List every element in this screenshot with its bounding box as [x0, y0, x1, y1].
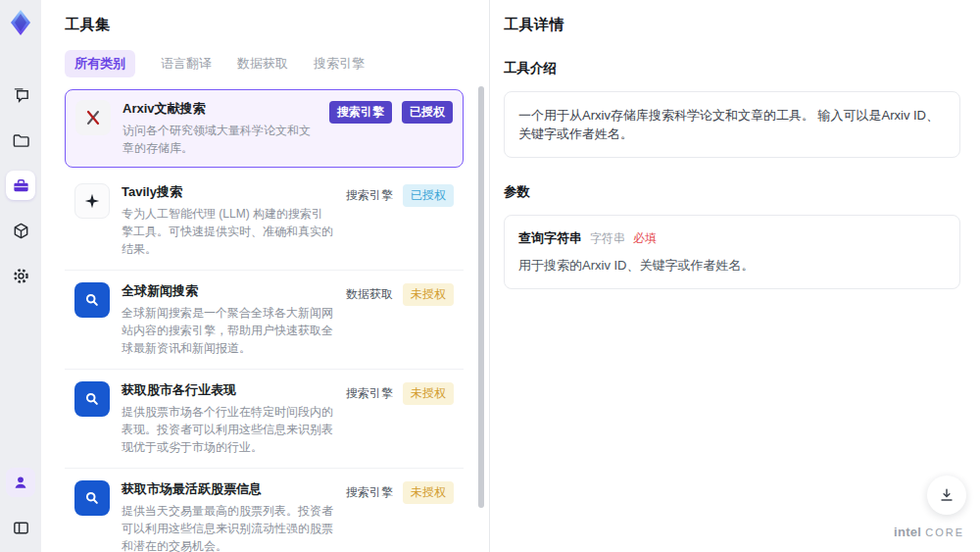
settings-gear-icon[interactable] — [6, 261, 35, 290]
intel-core-logo: intel CORE — [894, 523, 964, 540]
tool-desc: 专为人工智能代理 (LLM) 构建的搜索引擎工具。可快速提供实时、准确和真实的结… — [122, 205, 334, 258]
status-badge: 未授权 — [403, 481, 454, 504]
blue-search-icon — [74, 480, 110, 516]
status-badge: 已授权 — [402, 101, 453, 124]
detail-title: 工具详情 — [504, 16, 960, 34]
user-icon[interactable] — [6, 468, 35, 497]
category-label: 搜索引擎 — [346, 187, 393, 204]
intel-logo-text: intel — [894, 525, 921, 539]
tool-desc: 访问各个研究领域大量科学论文和文章的存储库。 — [122, 122, 318, 157]
arxiv-x-icon — [75, 100, 111, 135]
param-desc: 用于搜索的Arxiv ID、关键字或作者姓名。 — [518, 257, 946, 275]
intro-section-header: 工具介绍 — [504, 60, 960, 77]
app-logo-icon — [6, 8, 35, 37]
blue-search-icon — [74, 381, 110, 417]
app-window: 工具集 所有类别 语言翻译 数据获取 搜索引擎 Arxiv文献搜索 访问各个研究… — [0, 0, 980, 552]
cube-icon[interactable] — [6, 216, 35, 245]
panel-toggle-icon[interactable] — [6, 513, 35, 542]
tool-item-global-news[interactable]: 全球新闻搜索 全球新闻搜索是一个聚合全球各大新闻网站内容的搜索引擎，帮助用户快速… — [65, 271, 464, 370]
tool-item-sector-performance[interactable]: 获取股市各行业表现 提供股票市场各个行业在特定时间段内的表现。投资者可以利用这些… — [65, 370, 464, 469]
tool-desc: 全球新闻搜索是一个聚合全球各大新闻网站内容的搜索引擎，帮助用户快速获取全球最新资… — [122, 304, 334, 357]
tools-panel: 工具集 所有类别 语言翻译 数据获取 搜索引擎 Arxiv文献搜索 访问各个研究… — [41, 0, 490, 552]
category-label: 搜索引擎 — [346, 484, 393, 501]
tool-name: 全球新闻搜索 — [122, 282, 334, 300]
tool-item-most-active-stocks[interactable]: 获取市场最活跃股票信息 提供当天交易量最高的股票列表。投资者可以利用这些信息来识… — [65, 469, 464, 552]
folder-icon[interactable] — [6, 125, 35, 155]
category-label: 数据获取 — [346, 286, 393, 303]
tool-name: 获取股市各行业表现 — [122, 381, 334, 399]
tool-desc: 提供股票市场各个行业在特定时间段内的表现。投资者可以利用这些信息来识别表现优于或… — [122, 403, 334, 456]
tool-intro-box: 一个用于从Arxiv存储库搜索科学论文和文章的工具。 输入可以是Arxiv ID… — [504, 91, 960, 158]
param-type: 字符串 — [590, 230, 625, 247]
tavily-star-icon — [74, 183, 110, 219]
status-badge: 已授权 — [403, 184, 454, 207]
download-button[interactable] — [927, 476, 966, 515]
toolbox-icon[interactable] — [6, 171, 35, 200]
app-sidebar — [0, 0, 41, 552]
tool-detail-panel: 工具详情 工具介绍 一个用于从Arxiv存储库搜索科学论文和文章的工具。 输入可… — [490, 0, 980, 552]
tab-data-fetch[interactable]: 数据获取 — [237, 50, 288, 77]
tool-name: 获取市场最活跃股票信息 — [122, 480, 334, 498]
tool-desc: 提供当天交易量最高的股票列表。投资者可以利用这些信息来识别流动性强的股票和潜在的… — [122, 502, 334, 552]
tab-search-engine[interactable]: 搜索引擎 — [314, 50, 365, 77]
param-required-flag: 必填 — [633, 230, 657, 247]
tool-name: Arxiv文献搜索 — [122, 100, 318, 118]
status-badge: 未授权 — [403, 283, 454, 306]
list-scrollbar[interactable] — [478, 86, 484, 542]
status-badge: 未授权 — [403, 382, 454, 405]
blue-search-icon — [74, 282, 110, 318]
tab-all-categories[interactable]: 所有类别 — [65, 50, 135, 77]
tools-panel-title: 工具集 — [65, 16, 489, 34]
tool-name: Tavily搜索 — [122, 183, 334, 201]
chat-icon[interactable] — [6, 80, 35, 110]
core-logo-text: CORE — [925, 527, 964, 538]
category-label: 搜索引擎 — [346, 385, 393, 402]
download-icon — [938, 486, 956, 504]
param-item: 查询字符串 字符串 必填 用于搜索的Arxiv ID、关键字或作者姓名。 — [504, 215, 960, 289]
tool-item-tavily[interactable]: Tavily搜索 专为人工智能代理 (LLM) 构建的搜索引擎工具。可快速提供实… — [65, 172, 464, 271]
param-name: 查询字符串 — [518, 229, 582, 247]
category-tabs: 所有类别 语言翻译 数据获取 搜索引擎 — [65, 50, 489, 77]
tool-list: Arxiv文献搜索 访问各个研究领域大量科学论文和文章的存储库。 搜索引擎 已授… — [65, 89, 489, 552]
tab-language-translation[interactable]: 语言翻译 — [161, 50, 212, 77]
tool-item-arxiv[interactable]: Arxiv文献搜索 访问各个研究领域大量科学论文和文章的存储库。 搜索引擎 已授… — [65, 89, 464, 168]
scrollbar-thumb[interactable] — [478, 86, 484, 508]
params-section-header: 参数 — [504, 183, 960, 201]
category-badge: 搜索引擎 — [329, 101, 392, 124]
